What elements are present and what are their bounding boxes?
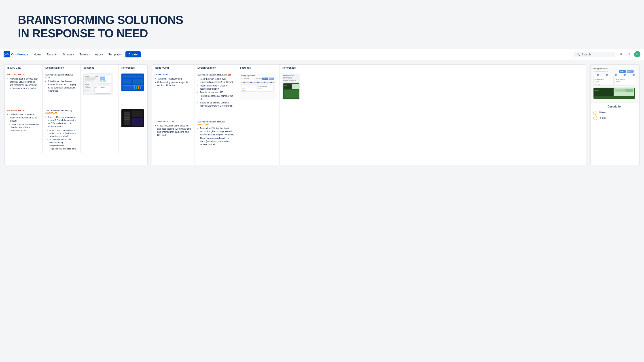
svg-point-53 — [270, 81, 272, 83]
row1-solution: SW Implementation difficulty: LOW A dash… — [43, 71, 81, 107]
table-row: ORGANIZATION Allowing user to access bot… — [5, 71, 147, 107]
svg-text:Branch: Branch — [85, 82, 88, 84]
svg-point-84 — [624, 74, 626, 76]
category-badge-communication: COMMUNICATION — [155, 120, 192, 123]
solution-item: Preliminary steps in order to access lat… — [198, 84, 234, 91]
svg-text:brackets: brackets — [594, 80, 599, 82]
nav-apps[interactable]: Apps▾ — [93, 52, 105, 57]
confluence-navbar: Confluence Home Recent▾ Spaces▾ Teams▾ A… — [0, 49, 644, 60]
difficulty-moderate2: SW Implementation difficulty: MODERATE — [198, 120, 234, 125]
svg-rect-71 — [284, 90, 299, 98]
avatar[interactable]: U — [634, 51, 640, 57]
table-row: ORGANIZATION Limited screen space for ne… — [5, 107, 147, 153]
svg-rect-13 — [100, 80, 102, 82]
svg-text:preview: preview — [258, 88, 262, 89]
create-button[interactable]: Create — [126, 51, 141, 57]
svg-text:( bugs: ): ( bugs: ) — [594, 82, 599, 84]
svg-text:pump steps: pump steps — [594, 84, 600, 85]
svg-rect-95 — [594, 88, 613, 96]
svg-text:strategy /// plan items: strategy /// plan items — [241, 75, 255, 77]
bookmark-icon[interactable]: ⚑ — [618, 51, 624, 57]
svg-point-85 — [633, 74, 634, 76]
svg-text:skip ▶: skip ▶ — [620, 71, 624, 72]
svg-point-50 — [250, 81, 252, 83]
svg-text:your setup: your setup — [256, 78, 262, 79]
svg-rect-23 — [122, 85, 143, 86]
svg-text:popup message: popup message — [258, 86, 267, 87]
svg-rect-70 — [292, 84, 299, 89]
solution-sub-item: 3D representation only relevant during s… — [46, 138, 78, 147]
search-input[interactable] — [582, 53, 608, 56]
nav-spaces[interactable]: Spaces▾ — [61, 52, 76, 57]
left-table-header: Issue / Goal Design Solution Sketches Re… — [5, 64, 147, 71]
confluence-logo[interactable]: Confluence — [4, 51, 28, 57]
search-icon: 🔍 — [577, 53, 580, 56]
goal-sub-item: What if buttons on screen are hard to re… — [8, 123, 40, 132]
row1-goal: WORKFLOW Targeted Troubleshooting Only n… — [152, 71, 195, 118]
right-th-sketches: Sketches — [237, 64, 280, 71]
row1-reference: Developed UI Budget Managed Usability St… — [280, 71, 586, 118]
svg-text:Managed Usability: Managed Usability — [283, 77, 292, 78]
svg-text:Integrated User Oriented UI: Integrated User Oriented UI — [283, 80, 296, 81]
svg-rect-32 — [124, 117, 130, 118]
row2-reference — [280, 118, 586, 165]
left-table-window: Issue / Goal Design Solution Sketches Re… — [4, 64, 148, 165]
svg-text:dates: dates — [85, 85, 88, 86]
svg-rect-12 — [100, 76, 105, 80]
svg-rect-27 — [138, 86, 139, 89]
row2-sketch — [81, 107, 119, 153]
svg-rect-25 — [134, 85, 135, 89]
svg-rect-22 — [132, 79, 143, 84]
row1-solution: SW Implementation difficulty: HIGH "Skip… — [195, 71, 237, 118]
svg-text:• • •: • • • — [241, 78, 243, 79]
svg-rect-33 — [124, 119, 130, 120]
svg-point-52 — [264, 81, 266, 83]
solution-item: Allow Screen recordings to be made (incl… — [198, 137, 234, 146]
difficulty-moderate: SW Implementation difficulty: MODERATE — [46, 109, 78, 114]
left-th-sketches: Sketches — [81, 64, 119, 71]
goal-item: Allowing user to access both Bronch / Ur… — [8, 77, 40, 90]
difficulty-high: SW Implementation difficulty: HIGH — [198, 73, 234, 76]
difficulty-low: SW Implementation difficulty: LOW — [46, 73, 78, 78]
description-icon-2 — [593, 116, 597, 120]
category-badge-workflow: WORKFLOW — [155, 73, 192, 76]
row2-reference: ▶ — [119, 107, 147, 153]
svg-point-49 — [244, 81, 245, 83]
svg-text:skip+: skip+ — [628, 71, 631, 72]
right-th-references: References — [280, 64, 586, 71]
nav-templates[interactable]: Templates — [107, 52, 124, 57]
svg-text:strategy /// schedule: strategy /// schedule — [594, 68, 608, 69]
svg-text:Today: Today — [595, 90, 599, 92]
svg-rect-36 — [132, 118, 143, 126]
svg-text:preview: preview — [616, 81, 620, 82]
svg-rect-99 — [626, 89, 633, 92]
svg-text:• • •  your title    your setu: • • • your title your setup — [594, 71, 608, 72]
svg-text:( bugs: ): ( bugs: ) — [242, 90, 246, 91]
svg-text:Recording: Recording — [100, 87, 105, 88]
help-icon[interactable]: ? — [626, 51, 632, 57]
svg-point-51 — [257, 81, 259, 83]
svg-rect-68 — [284, 84, 292, 89]
row1-goal: ORGANIZATION Allowing user to access bot… — [5, 71, 43, 107]
svg-rect-14 — [103, 80, 106, 82]
nav-teams[interactable]: Teams▾ — [78, 52, 92, 57]
svg-text:Streamlined User Elements: Streamlined User Elements — [283, 78, 296, 79]
left-th-goal: Issue / Goal — [5, 64, 43, 71]
right-th-goal: Issue / Goal — [152, 64, 195, 71]
sketch-image: updates Branch Urology dates Recordings … — [84, 73, 112, 95]
description-title: Description — [593, 105, 636, 108]
solution-sub-item: Toggle in/out, minimize-able — [46, 147, 78, 150]
nav-home[interactable]: Home — [32, 52, 43, 57]
solution-item: Tower + Cart screens always present? Swi… — [46, 115, 78, 128]
svg-rect-35 — [132, 111, 142, 117]
reference-image-photo: ▶ — [122, 109, 144, 127]
right-table-window: Issue / Goal Design Solution Sketches Re… — [152, 64, 586, 165]
svg-text:Implementation: Implementation — [242, 86, 250, 88]
nav-icon-group: ⚑ ? U — [618, 51, 640, 57]
svg-rect-98 — [615, 89, 625, 92]
nav-recent[interactable]: Recent▾ — [45, 52, 59, 57]
svg-text:calls: calls — [95, 87, 97, 88]
svg-text:your title: your title — [244, 78, 250, 79]
search-bar[interactable]: 🔍 — [574, 52, 614, 57]
solution-item: Trackable timeline to oversee nominal wo… — [198, 101, 234, 108]
